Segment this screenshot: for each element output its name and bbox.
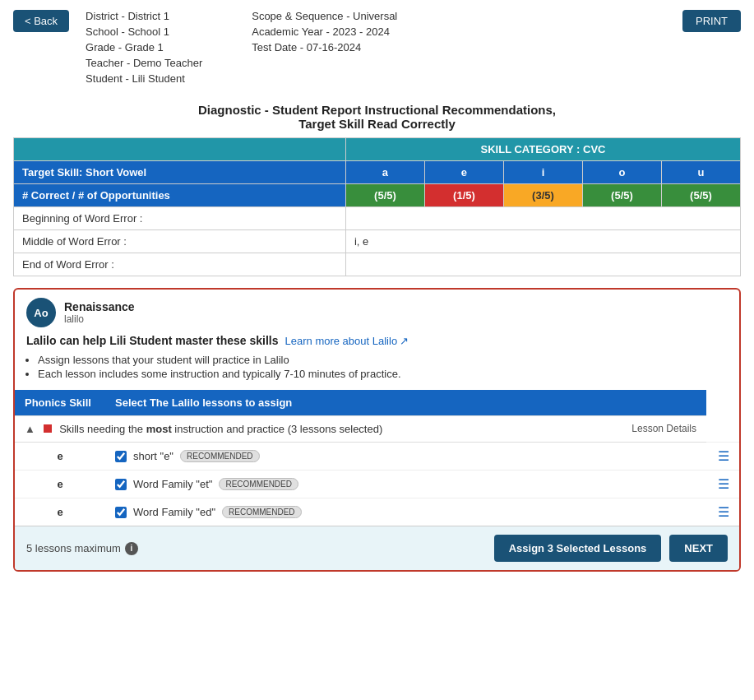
bullet-2: Each lesson includes some instruction an… bbox=[38, 368, 728, 380]
lesson-table: Phonics Skill Select The Lalilo lessons … bbox=[15, 390, 739, 526]
red-square-icon bbox=[44, 424, 52, 433]
vowel-i: i bbox=[503, 161, 582, 184]
assign-selected-lessons-button[interactable]: Assign 3 Selected Lessons bbox=[494, 535, 662, 562]
group-selected-count: (3 lessons selected) bbox=[288, 423, 383, 435]
select-lessons-col: Select The Lalilo lessons to assign bbox=[105, 390, 706, 416]
lesson-row-2: e Word Family "et" RECOMMENDED ☰ bbox=[15, 471, 739, 498]
lesson-checkbox-3[interactable] bbox=[115, 507, 127, 518]
lesson-name-1: short "e" bbox=[133, 450, 173, 462]
scope-label: Scope & Sequence - Universal bbox=[252, 10, 397, 22]
panel-tagline: Lalilo can help Lili Student master thes… bbox=[15, 332, 739, 350]
recommended-badge-1: RECOMMENDED bbox=[180, 450, 260, 462]
recommended-badge-3: RECOMMENDED bbox=[222, 506, 302, 518]
middle-error-label: Middle of Word Error : bbox=[14, 230, 346, 253]
footer-info-text: 5 lessons maximum bbox=[26, 542, 121, 554]
info-col-right: Scope & Sequence - Universal Academic Ye… bbox=[252, 10, 397, 85]
report-title: Diagnostic - Student Report Instructiona… bbox=[13, 103, 741, 131]
lesson-skill-3: e bbox=[15, 498, 105, 526]
empty-header bbox=[14, 138, 346, 161]
correct-label: # Correct / # of Opportunities bbox=[14, 184, 346, 207]
lesson-skill-1: e bbox=[15, 443, 105, 471]
lesson-cell-3: Word Family "ed" RECOMMENDED bbox=[105, 498, 706, 526]
score-e: (1/5) bbox=[424, 184, 503, 207]
back-button[interactable]: < Back bbox=[13, 10, 69, 32]
panel-sub: lalilo bbox=[64, 313, 135, 325]
group-header-row: ▲ Skills needing the most instruction an… bbox=[15, 416, 739, 443]
vowel-e: e bbox=[424, 161, 503, 184]
lesson-details-label: Lesson Details bbox=[631, 423, 696, 434]
group-header-suffix: instruction and practice bbox=[174, 423, 284, 435]
info-icon: i bbox=[125, 542, 138, 555]
end-error-val bbox=[345, 253, 740, 276]
school-label: School - School 1 bbox=[86, 25, 202, 38]
target-skill-label: Target Skill: Short Vowel bbox=[14, 161, 346, 184]
district-label: District - District 1 bbox=[86, 10, 202, 22]
grade-label: Grade - Grade 1 bbox=[86, 41, 202, 53]
renaissance-panel: Ao Renaissance lalilo Lalilo can help Li… bbox=[13, 288, 741, 572]
group-header-cell: ▲ Skills needing the most instruction an… bbox=[15, 416, 706, 443]
collapse-icon[interactable]: ▲ bbox=[25, 423, 35, 435]
external-link-icon: ↗ bbox=[400, 335, 409, 347]
main-table: SKILL CATEGORY : CVC Target Skill: Short… bbox=[13, 137, 741, 276]
header-bar: < Back District - District 1 School - Sc… bbox=[0, 0, 754, 95]
score-i: (3/5) bbox=[503, 184, 582, 207]
panel-bullets: Assign lessons that your student will pr… bbox=[15, 350, 739, 387]
group-header-text: Skills needing the bbox=[59, 423, 143, 435]
list-details-icon-1[interactable]: ☰ bbox=[718, 449, 729, 463]
group-header-bold: most bbox=[146, 423, 172, 435]
next-button[interactable]: NEXT bbox=[669, 535, 728, 562]
lesson-cell-1: short "e" RECOMMENDED bbox=[105, 443, 706, 471]
lesson-row-3: e Word Family "ed" RECOMMENDED ☰ bbox=[15, 498, 739, 526]
tagline-text: Lalilo can help Lili Student master thes… bbox=[26, 334, 279, 347]
list-details-icon-2[interactable]: ☰ bbox=[718, 477, 729, 491]
beginning-error-label: Beginning of Word Error : bbox=[14, 207, 346, 230]
beginning-error-val bbox=[345, 207, 740, 230]
lesson-details-icon-2[interactable]: ☰ bbox=[706, 471, 739, 498]
lesson-checkbox-1[interactable] bbox=[115, 451, 127, 462]
score-u: (5/5) bbox=[661, 184, 740, 207]
page: < Back District - District 1 School - Sc… bbox=[0, 0, 754, 700]
academic-year-label: Academic Year - 2023 - 2024 bbox=[252, 25, 397, 38]
teacher-label: Teacher - Demo Teacher bbox=[86, 57, 202, 69]
panel-brand-info: Renaissance lalilo bbox=[64, 300, 135, 325]
skill-category-header: SKILL CATEGORY : CVC bbox=[345, 138, 740, 161]
header-info: District - District 1 School - School 1 … bbox=[86, 10, 666, 85]
phonics-skill-col: Phonics Skill bbox=[15, 390, 105, 416]
score-o: (5/5) bbox=[582, 184, 661, 207]
score-a: (5/5) bbox=[345, 184, 424, 207]
panel-footer: 5 lessons maximum i Assign 3 Selected Le… bbox=[15, 526, 739, 570]
lesson-cell-2: Word Family "et" RECOMMENDED bbox=[105, 471, 706, 498]
panel-brand: Renaissance bbox=[64, 300, 135, 313]
lesson-checkbox-2[interactable] bbox=[115, 479, 127, 490]
lesson-details-icon-1[interactable]: ☰ bbox=[706, 443, 739, 471]
recommended-badge-2: RECOMMENDED bbox=[219, 478, 298, 490]
vowel-a: a bbox=[345, 161, 424, 184]
bullet-1: Assign lessons that your student will pr… bbox=[38, 354, 728, 366]
end-error-label: End of Word Error : bbox=[14, 253, 346, 276]
middle-error-val: i, e bbox=[345, 230, 740, 253]
lesson-row-1: e short "e" RECOMMENDED ☰ bbox=[15, 443, 739, 471]
lesson-details-icon-3[interactable]: ☰ bbox=[706, 498, 739, 526]
lesson-name-3: Word Family "ed" bbox=[133, 506, 215, 518]
test-date-label: Test Date - 07-16-2024 bbox=[252, 41, 397, 53]
print-button[interactable]: PRINT bbox=[682, 10, 741, 32]
lesson-name-2: Word Family "et" bbox=[133, 478, 212, 490]
learn-more-link[interactable]: Learn more about Lalilo ↗ bbox=[285, 335, 409, 347]
vowel-u: u bbox=[661, 161, 740, 184]
lesson-skill-2: e bbox=[15, 471, 105, 498]
student-label: Student - Lili Student bbox=[86, 72, 202, 85]
info-col-left: District - District 1 School - School 1 … bbox=[86, 10, 202, 85]
panel-header: Ao Renaissance lalilo bbox=[15, 290, 739, 332]
footer-info: 5 lessons maximum i bbox=[26, 542, 138, 555]
panel-logo: Ao bbox=[26, 298, 56, 327]
vowel-o: o bbox=[582, 161, 661, 184]
list-details-icon-3[interactable]: ☰ bbox=[718, 505, 729, 519]
